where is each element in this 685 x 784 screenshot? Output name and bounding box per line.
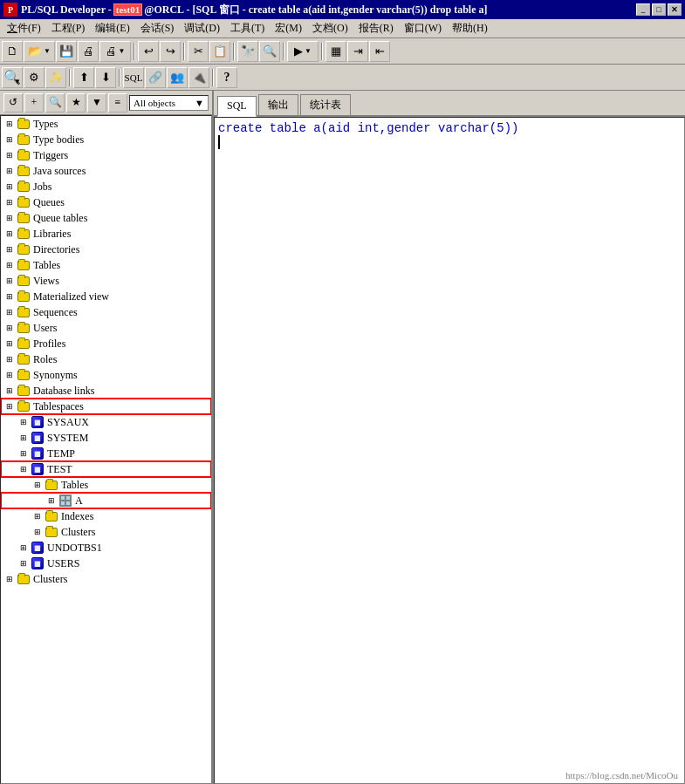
tree-expander-icon[interactable]: ⊞ [31, 525, 45, 539]
menu-edit[interactable]: 编辑(E) [90, 19, 134, 37]
list-item[interactable]: ⊞▦SYSAUX [1, 414, 211, 430]
tree-expander-icon[interactable]: ⊞ [3, 321, 17, 335]
tb-print-btn[interactable]: 🖨 [78, 41, 99, 62]
list-item[interactable]: ⊞Indexes [1, 508, 211, 524]
tree-expander-icon[interactable]: ⊞ [45, 494, 58, 508]
list-item[interactable]: ⊞Database links [1, 383, 211, 399]
list-item[interactable]: ⊞Queue tables [1, 210, 211, 226]
list-item[interactable]: ⊞Queues [1, 194, 211, 210]
tb-copy-btn[interactable]: 📋 [209, 41, 230, 62]
tree-expander-icon[interactable]: ⊞ [3, 337, 17, 351]
menu-tools[interactable]: 工具(T) [225, 19, 270, 37]
tb-redo-btn[interactable]: ↪ [160, 41, 181, 62]
tb-undo-btn[interactable]: ↩ [138, 41, 159, 62]
maximize-button[interactable]: □ [652, 3, 666, 16]
tb-open-dropdown[interactable]: 📂▼ [24, 41, 55, 62]
list-item[interactable]: ⊞Tablespaces [1, 399, 211, 414]
menu-help[interactable]: 帮助(H) [447, 19, 493, 37]
list-item[interactable]: ⊞Tables [1, 477, 211, 493]
tree-expander-icon[interactable]: ⊞ [3, 572, 17, 586]
tree-expander-icon[interactable]: ⊞ [3, 211, 17, 225]
tb2-help-btn[interactable]: ? [216, 67, 237, 88]
list-item[interactable]: ⊞Libraries [1, 226, 211, 242]
list-item[interactable]: ⊞Users [1, 320, 211, 336]
list-item[interactable]: ⊞▦SYSTEM [1, 430, 211, 446]
tree-expander-icon[interactable]: ⊞ [3, 242, 17, 256]
left-tb-extra[interactable]: ▼ [87, 93, 106, 112]
tree-expander-icon[interactable]: ⊞ [17, 541, 31, 555]
left-tb-add[interactable]: + [24, 93, 44, 112]
tree-expander-icon[interactable]: ⊞ [3, 164, 17, 178]
list-item[interactable]: ⊞Types [1, 116, 211, 132]
tree-expander-icon[interactable]: ⊞ [3, 274, 17, 288]
tree-expander-icon[interactable]: ⊞ [17, 462, 31, 476]
tb-cut-btn[interactable]: ✂ [188, 41, 209, 62]
list-item[interactable]: ⊞Tables [1, 257, 211, 273]
tb2-up-btn[interactable]: ⬆ [73, 67, 94, 88]
tree-expander-icon[interactable]: ⊞ [3, 258, 17, 272]
object-tree[interactable]: ⊞Types⊞Type bodies⊞Triggers⊞Java sources… [0, 115, 212, 784]
tab-output[interactable]: 输出 [258, 94, 298, 115]
list-item[interactable]: ⊞Java sources [1, 163, 211, 179]
close-button[interactable]: ✕ [668, 3, 682, 16]
tree-expander-icon[interactable]: ⊞ [3, 117, 17, 131]
tree-expander-icon[interactable]: ⊞ [31, 509, 45, 523]
list-item[interactable]: ⊞Directories [1, 242, 211, 257]
tab-stats[interactable]: 统计表 [300, 94, 351, 115]
tb-outdent-btn[interactable]: ⇤ [369, 41, 390, 62]
tree-expander-icon[interactable]: ⊞ [3, 195, 17, 209]
tab-sql[interactable]: SQL [217, 96, 257, 117]
list-item[interactable]: ⊞▦USERS [1, 556, 211, 571]
tb-save-btn[interactable]: 💾 [56, 41, 77, 62]
tb-arrow-btn[interactable]: ▶▼ [287, 41, 319, 62]
tree-expander-icon[interactable]: ⊞ [31, 478, 45, 492]
list-item[interactable]: ⊞▦TEST [1, 461, 211, 477]
tb-new-btn[interactable]: 🗋 [2, 41, 23, 62]
list-item[interactable]: ⊞Synonyms [1, 367, 211, 383]
editor-area[interactable]: create table a(aid int,gender varchar(5)… [214, 117, 685, 784]
tree-expander-icon[interactable]: ⊞ [3, 227, 17, 241]
tb2-gear-btn[interactable]: ⚙ [24, 67, 45, 88]
list-item[interactable]: ⊞Roles [1, 351, 211, 367]
tree-expander-icon[interactable]: ⊞ [3, 352, 17, 366]
tree-expander-icon[interactable]: ⊞ [3, 180, 17, 194]
tb2-link-btn[interactable]: 🔌 [188, 67, 209, 88]
tb-find-btn[interactable]: 🔍 [259, 41, 280, 62]
list-item[interactable]: ⊞Materialized view [1, 289, 211, 304]
tb2-connect-btn[interactable]: 🔗 [145, 67, 166, 88]
tree-expander-icon[interactable]: ⊞ [17, 447, 31, 460]
tb-binoculars-btn[interactable]: 🔭 [237, 41, 258, 62]
tb2-users-btn[interactable]: 👥 [167, 67, 188, 88]
left-tb-col[interactable]: ≡ [108, 93, 127, 112]
list-item[interactable]: ⊞Triggers [1, 147, 211, 163]
left-tb-bookmark[interactable]: ★ [66, 93, 86, 112]
menu-debug[interactable]: 调试(D) [179, 19, 225, 37]
tree-expander-icon[interactable]: ⊞ [3, 290, 17, 303]
left-tb-search[interactable]: 🔍 [45, 93, 65, 112]
tree-expander-icon[interactable]: ⊞ [3, 368, 17, 382]
tree-expander-icon[interactable]: ⊞ [17, 431, 31, 445]
minimize-button[interactable]: _ [636, 3, 650, 16]
menu-session[interactable]: 会话(S) [135, 19, 180, 37]
tree-expander-icon[interactable]: ⊞ [3, 148, 17, 162]
tree-expander-icon[interactable]: ⊞ [17, 415, 31, 429]
tb-preview-btn[interactable]: 🖨▼ [99, 41, 131, 62]
tb2-search-btn[interactable]: 🔍▼ [2, 67, 23, 88]
tree-expander-icon[interactable]: ⊞ [3, 305, 17, 319]
list-item[interactable]: ⊞Sequences [1, 304, 211, 320]
menu-window[interactable]: 窗口(W) [399, 19, 447, 37]
filter-dropdown[interactable]: All objects ▼ [129, 95, 209, 111]
list-item[interactable]: ⊞▦UNDOTBS1 [1, 540, 211, 556]
tb2-down-btn[interactable]: ⬇ [95, 67, 116, 88]
tree-expander-icon[interactable]: ⊞ [3, 133, 17, 147]
menu-macro[interactable]: 宏(M) [270, 19, 307, 37]
list-item[interactable]: ⊞Type bodies [1, 132, 211, 147]
list-item[interactable]: ⊞Clusters [1, 571, 211, 587]
menu-project[interactable]: 工程(P) [46, 19, 91, 37]
list-item[interactable]: ⊞Profiles [1, 336, 211, 351]
tree-expander-icon[interactable]: ⊞ [3, 384, 17, 398]
list-item[interactable]: ⊞A [1, 493, 211, 508]
tree-expander-icon[interactable]: ⊞ [17, 556, 31, 570]
tree-expander-icon[interactable]: ⊞ [3, 399, 17, 413]
list-item[interactable]: ⊞Clusters [1, 524, 211, 540]
